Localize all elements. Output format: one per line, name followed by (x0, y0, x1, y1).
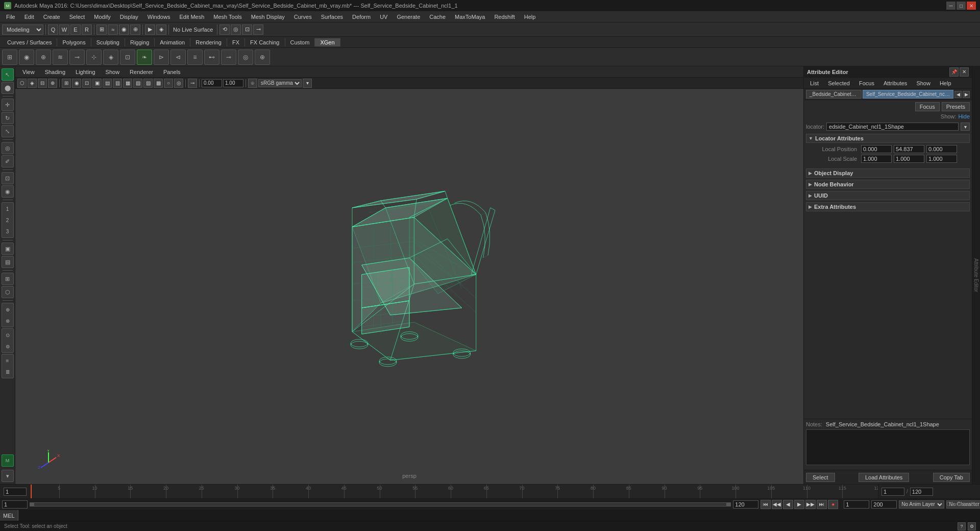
mode-selector[interactable]: Modeling Rigging Animation FX Rendering (2, 25, 43, 35)
attr-editor-close-btn[interactable]: ✕ (960, 67, 969, 77)
range-right-handle[interactable] (726, 503, 730, 506)
local-scale-z-input[interactable] (926, 155, 957, 163)
status-settings-btn[interactable]: ⚙ (968, 522, 976, 530)
vp-smooth-btn[interactable]: ▤ (103, 79, 112, 88)
snap-grid-btn[interactable]: ⊞ (96, 25, 107, 35)
attr-tab-focus[interactable]: Focus (855, 79, 878, 87)
timeline-end-input[interactable] (910, 488, 933, 496)
range-end-input[interactable] (733, 500, 758, 509)
vp-menu-show[interactable]: Show (103, 68, 123, 76)
menu-redshift[interactable]: Redshift (490, 13, 519, 21)
current-frame-input[interactable] (4, 488, 27, 496)
shelf-icon-14[interactable]: ⊸ (221, 50, 236, 65)
locator-input[interactable] (826, 123, 959, 131)
select-button[interactable]: Select (806, 473, 835, 482)
shelf-icon-10[interactable]: ⊳ (154, 50, 169, 65)
shelf-icon-4[interactable]: ≋ (53, 50, 68, 65)
node-behavior-header[interactable]: ▶ Node Behavior (806, 180, 970, 189)
shelf-icon-3[interactable]: ⊕ (36, 50, 51, 65)
hide-button[interactable]: Hide (958, 113, 970, 119)
move-tool-btn[interactable]: ✛ (2, 99, 14, 111)
scale-tool-btn[interactable]: R (82, 25, 92, 35)
vp-xray-btn[interactable]: ⊡ (82, 79, 91, 88)
shelf-icon-7[interactable]: ◈ (103, 50, 118, 65)
snap-to-poly-btn[interactable]: ⊡ (2, 172, 14, 184)
node-tab-1[interactable]: _Bedside_Cabinet_ncl1_1 (806, 90, 862, 99)
attr-tab-help[interactable]: Help (936, 79, 955, 87)
shelf-icon-1[interactable]: ⊞ (2, 50, 17, 65)
shelf-tab-polygons[interactable]: Polygons (57, 38, 91, 46)
status-help-btn[interactable]: ? (958, 522, 966, 530)
shelf-icon-8[interactable]: ⊡ (120, 50, 135, 65)
menu-display[interactable]: Display (116, 13, 142, 21)
vp-value2-input[interactable] (223, 79, 243, 87)
timeline-current-frame-right-input[interactable] (881, 488, 904, 496)
paint-select-btn[interactable]: ⬤ (2, 82, 14, 94)
rotate-tool-btn[interactable]: E (70, 25, 81, 35)
shelf-tab-curves-surfaces[interactable]: Curves / Surfaces (2, 38, 57, 46)
snap-surface-btn[interactable]: ⊕ (130, 25, 140, 35)
playback-start-input[interactable] (844, 500, 869, 509)
smooth-btn[interactable]: 2 (3, 215, 13, 225)
sculpt-btn[interactable]: ✐ (2, 155, 14, 167)
play-forward-btn[interactable]: ▶ (794, 500, 804, 509)
make-live-btn[interactable]: ◉ (2, 185, 14, 198)
menu-maxtomaya[interactable]: MaxToMaya (451, 13, 489, 21)
uuid-header[interactable]: ▶ UUID (806, 191, 970, 200)
extra-attributes-header[interactable]: ▶ Extra Attributes (806, 202, 970, 211)
local-position-y-input[interactable] (894, 145, 924, 153)
locator-attributes-header[interactable]: ▼ Locator Attributes (806, 134, 970, 143)
local-scale-y-input[interactable] (894, 155, 924, 163)
playback-end-input[interactable] (871, 500, 897, 509)
attr-tab-list[interactable]: List (806, 79, 823, 87)
select-tool-left-btn[interactable]: ↖ (2, 68, 14, 81)
vp-shaded-btn[interactable]: ▥ (113, 79, 122, 88)
vp-exposure-btn[interactable]: ◎ (174, 79, 183, 88)
wireframe-btn[interactable]: 1 (3, 204, 13, 214)
menu-cache[interactable]: Cache (425, 13, 450, 21)
menu-generate[interactable]: Generate (393, 13, 424, 21)
shelf-icon-11[interactable]: ⊲ (170, 50, 186, 65)
shelf-icon-15[interactable]: ◎ (238, 50, 253, 65)
scale-tool-left-btn[interactable]: ⤡ (2, 125, 14, 137)
menu-mesh-display[interactable]: Mesh Display (247, 13, 289, 21)
presets-button[interactable]: Presets (942, 102, 970, 111)
vp-value1-input[interactable] (202, 79, 222, 87)
render-current-btn[interactable]: ▶ (145, 25, 155, 35)
vp-menu-shading[interactable]: Shading (42, 68, 68, 76)
menu-deform[interactable]: Deform (348, 13, 375, 21)
vp-image-plane-btn[interactable]: ⊟ (38, 79, 47, 88)
shelf-tab-xgen[interactable]: XGen (315, 38, 340, 46)
menu-uv[interactable]: UV (376, 13, 391, 21)
shaded-btn[interactable]: 3 (3, 226, 13, 236)
vp-menu-lighting[interactable]: Lighting (72, 68, 99, 76)
grid-btn[interactable]: ⊞ (2, 273, 14, 285)
viewport-canvas[interactable]: .wire { stroke: #40ffb0; stroke-width: 0… (15, 89, 803, 484)
attr-editor-pin-btn[interactable]: 📌 (949, 67, 959, 77)
soft-select-btn[interactable]: ◎ (231, 25, 241, 35)
expand-left-toolbar-btn[interactable]: ▾ (2, 470, 14, 482)
snap-curve-btn[interactable]: ≈ (108, 25, 118, 35)
vp-select-camera-btn[interactable]: ⬡ (17, 79, 27, 88)
notes-textarea[interactable] (806, 429, 970, 465)
menu-edit[interactable]: Edit (20, 13, 38, 21)
channel-2[interactable]: ≣ (3, 367, 13, 377)
go-to-end-btn[interactable]: ⏭ (817, 500, 827, 509)
channel-1[interactable]: ≡ (3, 355, 13, 366)
menu-modify[interactable]: Modify (90, 13, 114, 21)
translate-tool-btn[interactable]: W (59, 25, 69, 35)
menu-select[interactable]: Select (65, 13, 89, 21)
range-slider[interactable] (30, 502, 731, 506)
soft-mod-btn[interactable]: ◎ (2, 142, 14, 154)
menu-help[interactable]: Help (520, 13, 540, 21)
menu-edit-mesh[interactable]: Edit Mesh (175, 13, 208, 21)
shelf-icon-16[interactable]: ⊕ (255, 50, 270, 65)
view-cube-btn[interactable]: ⬡ (2, 286, 14, 298)
mel-input[interactable] (18, 510, 980, 521)
copy-tab-button[interactable]: Copy Tab (933, 473, 970, 482)
pivot-1[interactable]: ⊙ (3, 330, 13, 340)
range-start-input[interactable] (2, 500, 28, 509)
vp-textured-btn[interactable]: ▦ (123, 79, 132, 88)
close-button[interactable]: ✕ (967, 2, 976, 10)
minimize-button[interactable]: ─ (946, 2, 955, 10)
